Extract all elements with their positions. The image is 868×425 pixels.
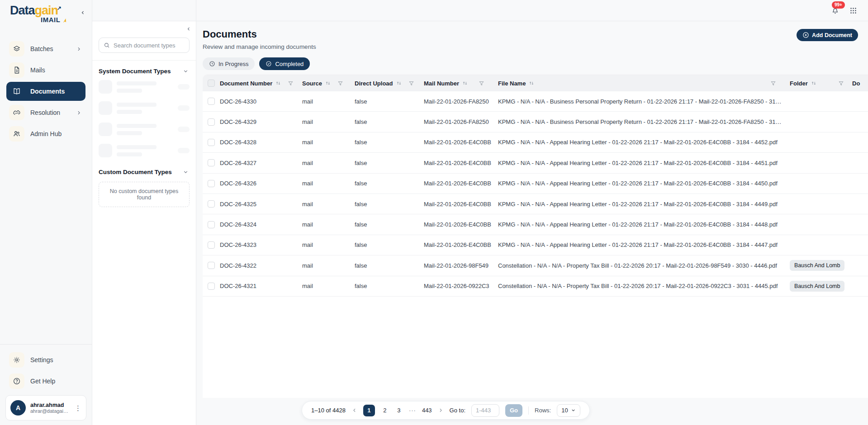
chevron-down-icon bbox=[571, 408, 576, 413]
row-checkbox[interactable] bbox=[208, 262, 215, 269]
column-header-document-number[interactable]: Document Number bbox=[220, 80, 302, 87]
column-header-folder[interactable]: Folder bbox=[790, 80, 852, 87]
filter-icon[interactable] bbox=[479, 80, 484, 86]
cell-mail-number: Mail-22-01-2026-E4C0BB bbox=[424, 201, 498, 208]
cell-source: mail bbox=[302, 139, 355, 146]
page-ellipsis[interactable]: ··· bbox=[409, 407, 416, 414]
page-button-1[interactable]: 1 bbox=[363, 405, 375, 416]
table-row[interactable]: DOC-26-4324 mail false Mail-22-01-2026-E… bbox=[203, 214, 868, 235]
sidebar-item-settings[interactable]: Settings bbox=[6, 350, 85, 369]
table-row[interactable]: DOC-26-4330 mail false Mail-22-01-2026-F… bbox=[203, 91, 868, 112]
table-row[interactable]: DOC-26-4328 mail false Mail-22-01-2026-E… bbox=[203, 132, 868, 153]
cell-mail-number: Mail-22-01-2026-E4C0BB bbox=[424, 180, 498, 187]
cell-file-name: KPMG - N/A - N/A - Appeal Hearing Letter… bbox=[498, 241, 790, 248]
chevron-left-icon[interactable] bbox=[351, 407, 357, 413]
sidebar-item-label: Admin Hub bbox=[30, 130, 62, 137]
goto-label: Go to: bbox=[450, 407, 465, 414]
page-button-last[interactable]: 443 bbox=[422, 407, 432, 414]
column-header-file-name[interactable]: File Name bbox=[498, 80, 790, 87]
table-row[interactable]: DOC-26-4323 mail false Mail-22-01-2026-E… bbox=[203, 235, 868, 255]
filter-icon[interactable] bbox=[337, 80, 343, 86]
custom-doc-types-empty: No custom document types found bbox=[99, 182, 190, 207]
row-checkbox[interactable] bbox=[208, 180, 215, 187]
table-row[interactable]: DOC-26-4326 mail false Mail-22-01-2026-E… bbox=[203, 174, 868, 194]
sort-icon[interactable] bbox=[325, 80, 331, 86]
row-checkbox[interactable] bbox=[208, 98, 215, 105]
kebab-menu-icon[interactable]: ⋮ bbox=[75, 405, 81, 411]
sidebar-item-resolution[interactable]: Resolution bbox=[6, 103, 85, 122]
filter-icon[interactable] bbox=[288, 80, 294, 86]
pagination-range: 1–10 of 4428 bbox=[311, 407, 346, 414]
row-checkbox[interactable] bbox=[208, 159, 215, 166]
cell-source: mail bbox=[302, 160, 355, 166]
go-button[interactable]: Go bbox=[505, 404, 522, 417]
sort-icon[interactable] bbox=[275, 80, 281, 86]
sort-icon[interactable] bbox=[528, 80, 535, 86]
cell-folder: Bausch And Lomb bbox=[790, 281, 852, 292]
rows-per-page-select[interactable]: 10 bbox=[557, 404, 580, 417]
apps-grid-icon[interactable] bbox=[849, 7, 857, 14]
panel-collapse-icon[interactable] bbox=[186, 26, 191, 32]
add-document-button[interactable]: Add Document bbox=[797, 29, 858, 41]
chevron-right-icon[interactable] bbox=[438, 407, 444, 413]
custom-doc-types-header[interactable]: Custom Document Types bbox=[92, 166, 196, 180]
cell-file-name: KPMG - N/A - N/A - Appeal Hearing Letter… bbox=[498, 160, 790, 166]
cell-document-number: DOC-26-4326 bbox=[220, 180, 302, 187]
row-checkbox[interactable] bbox=[208, 118, 215, 126]
select-all-checkbox[interactable] bbox=[208, 80, 215, 87]
table-row[interactable]: DOC-26-4321 mail false Mail-22-01-2026-0… bbox=[203, 276, 868, 297]
sidebar-item-label: Batches bbox=[30, 45, 53, 52]
page-button-2[interactable]: 2 bbox=[381, 407, 389, 414]
filter-icon[interactable] bbox=[838, 80, 844, 86]
column-header-mail-number[interactable]: Mail Number bbox=[424, 80, 498, 87]
add-document-label: Add Document bbox=[812, 32, 852, 38]
column-header-truncated[interactable]: Do bbox=[852, 80, 868, 87]
row-checkbox[interactable] bbox=[208, 283, 215, 290]
doc-types-search[interactable] bbox=[99, 38, 190, 53]
main-area: 99+ Documents Add Document Review and ma… bbox=[196, 0, 868, 425]
chevron-right-icon bbox=[76, 46, 82, 52]
brand-name-part1: Data bbox=[10, 4, 35, 17]
sidebar-collapse-icon[interactable] bbox=[80, 10, 85, 15]
row-checkbox[interactable] bbox=[208, 241, 215, 249]
cell-mail-number: Mail-22-01-2026-E4C0BB bbox=[424, 139, 498, 146]
sidebar-item-admin-hub[interactable]: Admin Hub bbox=[6, 124, 85, 143]
column-header-direct-upload[interactable]: Direct Upload bbox=[355, 80, 424, 87]
column-header-source[interactable]: Source bbox=[302, 80, 355, 87]
sidebar-item-batches[interactable]: Batches bbox=[6, 39, 85, 58]
cell-document-number: DOC-26-4327 bbox=[220, 160, 302, 166]
folder-chip[interactable]: Bausch And Lomb bbox=[790, 260, 844, 271]
system-doc-types-loading-list bbox=[92, 79, 196, 166]
page-button-3[interactable]: 3 bbox=[395, 407, 403, 414]
sidebar-item-label: Mails bbox=[30, 66, 45, 74]
row-checkbox[interactable] bbox=[208, 221, 215, 228]
sort-icon[interactable] bbox=[396, 80, 402, 86]
table-row[interactable]: DOC-26-4322 mail false Mail-22-01-2026-9… bbox=[203, 255, 868, 276]
layers-icon bbox=[9, 41, 24, 57]
cell-file-name: Constellation - N/A - N/A - Property Tax… bbox=[498, 262, 790, 269]
sidebar-item-mails[interactable]: Mails bbox=[6, 61, 85, 80]
user-card[interactable]: A ahrar.ahmad ahrar@datagainservice... ⋮ bbox=[5, 395, 86, 420]
user-email: ahrar@datagainservice... bbox=[30, 408, 70, 414]
cell-direct-upload: false bbox=[355, 241, 424, 248]
goto-page-input[interactable] bbox=[471, 404, 499, 417]
table-row[interactable]: DOC-26-4329 mail false Mail-22-01-2026-F… bbox=[203, 112, 868, 132]
sidebar: Datagain↗ IMAIL Batches bbox=[0, 0, 92, 425]
table-row[interactable]: DOC-26-4327 mail false Mail-22-01-2026-E… bbox=[203, 153, 868, 173]
row-checkbox[interactable] bbox=[208, 139, 215, 146]
filter-icon[interactable] bbox=[770, 80, 776, 86]
doc-types-search-input[interactable] bbox=[114, 42, 185, 49]
tab-completed[interactable]: Completed bbox=[259, 57, 310, 70]
filter-icon[interactable] bbox=[408, 80, 414, 86]
sort-icon[interactable] bbox=[462, 80, 468, 86]
sidebar-item-documents[interactable]: Documents bbox=[6, 82, 85, 101]
sort-icon[interactable] bbox=[811, 80, 817, 86]
tab-in-progress[interactable]: In Progress bbox=[203, 57, 255, 70]
table-row[interactable]: DOC-26-4325 mail false Mail-22-01-2026-E… bbox=[203, 194, 868, 214]
system-doc-types-header[interactable]: System Document Types bbox=[92, 61, 196, 79]
sidebar-item-get-help[interactable]: Get Help bbox=[6, 372, 85, 391]
cell-direct-upload: false bbox=[355, 160, 424, 166]
row-checkbox[interactable] bbox=[208, 200, 215, 208]
notifications-button[interactable]: 99+ bbox=[831, 6, 840, 15]
folder-chip[interactable]: Bausch And Lomb bbox=[790, 281, 844, 292]
